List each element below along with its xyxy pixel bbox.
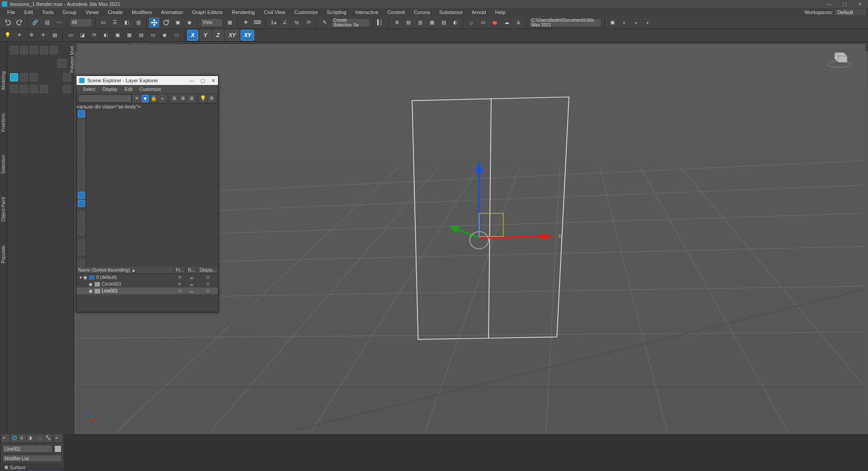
percent-snap-button[interactable]: % (292, 18, 302, 28)
menu-edit[interactable]: Edit (20, 9, 38, 15)
se-filter-camera-icon[interactable] (78, 143, 85, 150)
se-display-cell[interactable]: ⚙ (197, 282, 218, 287)
use-pivot-center-button[interactable]: ▦ (225, 18, 235, 28)
se-object-row-circle[interactable]: ◉ Circle003 ❄ ☁ ⚙ (76, 281, 218, 287)
sel-f-icon[interactable]: ◉ (160, 30, 170, 40)
close-button[interactable]: ✕ (856, 1, 863, 7)
se-display-2-icon[interactable] (78, 220, 85, 227)
constrain-x-button[interactable]: X (187, 30, 198, 41)
object-color-swatch[interactable] (54, 445, 62, 452)
workspaces-dropdown[interactable]: Default (835, 9, 865, 15)
view-cube[interactable] (825, 48, 853, 70)
sel-a-icon[interactable]: ◐ (101, 30, 111, 40)
se-menu-customize[interactable]: Customize (136, 87, 165, 92)
se-columns-header[interactable]: Name (Sorted Ascending) ▲ Fr... R... Dis… (76, 267, 218, 274)
menu-help[interactable]: Help (491, 9, 510, 15)
menu-modifiers[interactable]: Modifiers (127, 9, 157, 15)
visibility-eye-icon[interactable]: ◉ (88, 288, 93, 293)
vtab-object-paint[interactable]: Object Paint (1, 194, 6, 224)
unlink-button[interactable]: ⛓ (42, 18, 52, 28)
menu-customize[interactable]: Customize (290, 9, 323, 15)
cmd-panel-more[interactable]: » (55, 435, 62, 442)
ribbon-btn-1[interactable] (10, 46, 18, 54)
project-path-field[interactable]: C:\Users\liudm\Documents\3ds Max 2021 (529, 18, 602, 27)
se-display-3-icon[interactable] (78, 228, 85, 235)
se-close-button[interactable]: ✕ (211, 78, 215, 84)
render-in-cloud-button[interactable]: ☁ (502, 18, 512, 28)
ribbon-btn-5[interactable] (50, 46, 58, 54)
constrain-y-button[interactable]: Y (200, 30, 211, 41)
keyboard-shortcut-override-button[interactable]: ⌨ (252, 18, 262, 28)
menu-rendering[interactable]: Rendering (228, 9, 260, 15)
se-filter-hidden-icon[interactable] (78, 200, 85, 207)
se-lock-button[interactable]: 🔒 (150, 95, 157, 102)
ribbon-sub-3[interactable] (30, 85, 38, 93)
menu-scripting[interactable]: Scripting (323, 9, 351, 15)
edit-named-selections-button[interactable]: ✎ (319, 18, 329, 28)
se-filter-helper-icon[interactable] (78, 151, 85, 158)
link-button[interactable]: 🔗 (30, 18, 40, 28)
menu-arnold[interactable]: Arnold (467, 9, 491, 15)
se-col-render[interactable]: R... (185, 268, 197, 273)
scene-explorer-titlebar[interactable]: Scene Explorer - Layer Explorer — ▢ ✕ (76, 76, 218, 85)
se-funnel-2-icon[interactable] (78, 248, 85, 255)
mirror-button[interactable]: ▍▏ (376, 18, 386, 28)
scene-explorer-window[interactable]: Scene Explorer - Layer Explorer — ▢ ✕ Se… (76, 75, 218, 312)
se-layers-2-button[interactable]: ≣ (179, 95, 186, 102)
se-render-cell[interactable]: ☁ (185, 275, 197, 280)
tab-utilities[interactable]: 🔧 (45, 435, 52, 442)
ribbon-sub-4[interactable] (40, 85, 48, 93)
sel-d-icon[interactable]: ▤ (136, 30, 146, 40)
se-gear-button[interactable]: ⚙ (208, 95, 215, 102)
open-autodesk-button[interactable]: A (513, 18, 523, 28)
se-add-button[interactable]: + (159, 95, 166, 102)
tab-create[interactable]: + (2, 435, 9, 442)
se the-layer-row[interactable]: ▾ ◉ 0 (default) ❄ ☁ ⚙ (76, 274, 218, 281)
se-funnel-1-icon[interactable] (78, 240, 85, 247)
se-menu-display[interactable]: Display (99, 87, 121, 92)
se-filter-frozen-icon[interactable] (78, 192, 85, 199)
select-and-scale-button[interactable]: ▣ (173, 18, 183, 28)
constrain-z-button[interactable]: Z (213, 30, 223, 41)
select-and-move-button[interactable] (149, 18, 159, 28)
se-col-frozen[interactable]: Fr... (174, 268, 185, 273)
se-filter-space-icon[interactable] (78, 159, 85, 166)
se-layers-3-button[interactable]: ≣ (188, 95, 195, 102)
ribbon-mode-2[interactable] (20, 73, 28, 81)
set-project-folder-button[interactable]: ▣ (607, 18, 617, 28)
vtab-populate[interactable]: Populate (1, 243, 6, 266)
visibility-eye-icon[interactable]: ◉ (88, 282, 93, 287)
ribbon-btn-4[interactable] (40, 46, 48, 54)
align-button[interactable]: ≣ (392, 18, 402, 28)
se-render-cell[interactable]: ☁ (185, 288, 197, 293)
se-light-button[interactable]: 💡 (199, 95, 207, 102)
select-and-place-button[interactable]: ◉ (185, 18, 194, 28)
tab-display[interactable]: ▭ (36, 435, 43, 442)
render-production-button[interactable]: 🫖 (490, 18, 500, 28)
menu-animation[interactable]: Animation (157, 9, 188, 15)
material-editor-button[interactable]: ◐ (451, 18, 460, 28)
menu-group[interactable]: Group (58, 9, 81, 15)
se-maximize-button[interactable]: ▢ (200, 78, 205, 84)
tab-modify[interactable] (11, 435, 18, 442)
se-frozen-cell[interactable]: ❄ (174, 288, 185, 293)
light-button-5[interactable]: ▤ (50, 30, 60, 40)
se-col-display[interactable]: Displa... (197, 268, 218, 273)
menu-create[interactable]: Create (103, 9, 127, 15)
named-selection-dropdown[interactable]: Create Selection Se (331, 18, 370, 27)
vtab-freeform[interactable]: Freeform (1, 111, 6, 135)
se-filter-group-icon[interactable] (78, 175, 85, 183)
ribbon-mode-1[interactable] (10, 73, 18, 81)
spinner-snap-button[interactable]: ⟳ (304, 18, 313, 28)
se-menu-select[interactable]: Select (79, 87, 99, 92)
ribbon-mode-3[interactable] (30, 73, 38, 81)
constrain-xy-button[interactable]: XY (225, 30, 239, 41)
light-button-4[interactable]: ✳ (38, 30, 48, 40)
se-render-cell[interactable]: ☁ (185, 282, 197, 287)
se-search-field[interactable] (78, 94, 132, 103)
ribbon-sub-ext[interactable] (63, 85, 71, 93)
select-by-name-button[interactable]: ☰ (110, 18, 120, 28)
se-show-all-icon[interactable] (78, 110, 85, 118)
vtab-selection[interactable]: Selection (1, 152, 6, 176)
minimize-button[interactable]: — (825, 1, 833, 7)
